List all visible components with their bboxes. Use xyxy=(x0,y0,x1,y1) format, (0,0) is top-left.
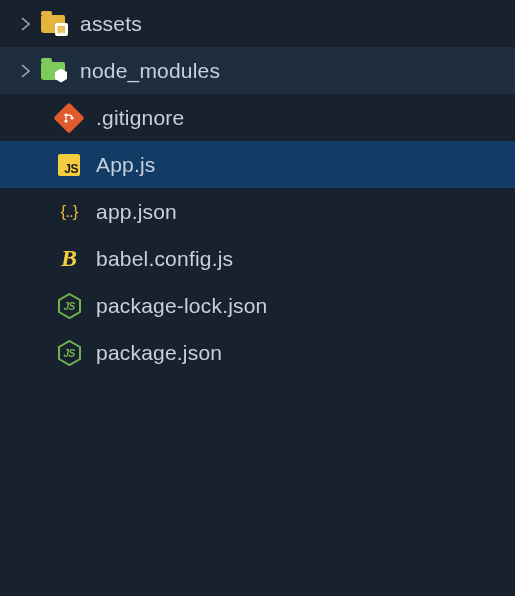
file-label: package.json xyxy=(84,341,222,365)
chevron-right-icon xyxy=(12,16,38,32)
folder-node-modules-icon xyxy=(38,62,68,80)
babel-icon: B xyxy=(54,247,84,271)
file-label: app.json xyxy=(84,200,177,224)
file-explorer[interactable]: ▤ assets node_modules .gitignore xyxy=(0,0,515,376)
file-row-app-js[interactable]: JS App.js xyxy=(0,141,515,188)
file-row-package-lock[interactable]: JS package-lock.json xyxy=(0,282,515,329)
file-label: App.js xyxy=(84,153,156,177)
chevron-right-icon xyxy=(12,63,38,79)
folder-label: assets xyxy=(68,12,142,36)
file-label: babel.config.js xyxy=(84,247,233,271)
file-row-package-json[interactable]: JS package.json xyxy=(0,329,515,376)
git-icon xyxy=(54,107,84,129)
folder-label: node_modules xyxy=(68,59,220,83)
file-row-babel-config[interactable]: B babel.config.js xyxy=(0,235,515,282)
file-label: .gitignore xyxy=(84,106,184,130)
json-icon: {..} xyxy=(54,202,84,222)
js-icon: JS xyxy=(54,154,84,176)
file-row-gitignore[interactable]: .gitignore xyxy=(0,94,515,141)
node-json-icon: JS xyxy=(54,293,84,319)
folder-row-node-modules[interactable]: node_modules xyxy=(0,47,515,94)
folder-row-assets[interactable]: ▤ assets xyxy=(0,0,515,47)
file-row-app-json[interactable]: {..} app.json xyxy=(0,188,515,235)
svg-point-0 xyxy=(64,113,67,116)
file-label: package-lock.json xyxy=(84,294,268,318)
folder-assets-icon: ▤ xyxy=(38,15,68,33)
node-json-icon: JS xyxy=(54,340,84,366)
